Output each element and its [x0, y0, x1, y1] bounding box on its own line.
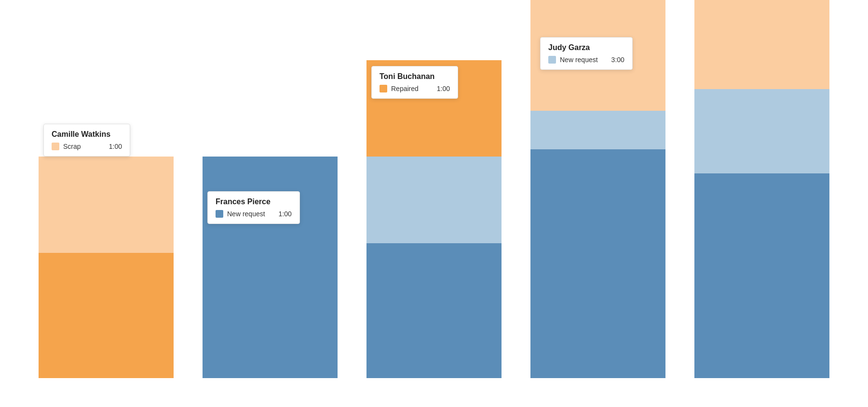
tooltip-person-name: Judy Garza	[548, 43, 624, 52]
tooltip-label-scrap: Scrap	[63, 143, 95, 150]
tooltip-judy-garza: Judy Garza New request 3:00	[540, 37, 633, 70]
bar-group-frances-pierce: Frances Pierce New request 1:00	[203, 157, 338, 378]
tooltip-camille-watkins: Camille Watkins Scrap 1:00	[43, 124, 130, 157]
bar-stack-frances	[203, 157, 338, 378]
tooltip-swatch-new-request	[548, 56, 556, 64]
tooltip-row-new-request: New request 3:00	[548, 56, 624, 64]
bar-stack-camille	[39, 157, 174, 378]
tooltip-person-name: Toni Buchanan	[380, 72, 450, 81]
bar-group-5	[694, 0, 829, 378]
tooltip-value-scrap: 1:00	[109, 143, 122, 150]
tooltip-label-repaired: Repaired	[391, 85, 423, 92]
tooltip-value-new-request: 3:00	[611, 56, 624, 64]
tooltip-frances-pierce: Frances Pierce New request 1:00	[207, 191, 300, 224]
tooltip-label-new-request: New request	[227, 210, 265, 218]
bar-segment-5-top	[694, 0, 829, 89]
bar-group-toni-buchanan: Toni Buchanan Repaired 1:00	[366, 60, 502, 378]
bar-segment-new-request-light	[366, 157, 502, 243]
bar-segment-new-request-light	[530, 111, 665, 149]
bar-segment-new-request-dark	[366, 243, 502, 378]
bar-segment-5-mid	[694, 89, 829, 173]
bar-group-judy-garza: Judy Garza New request 3:00	[530, 0, 665, 378]
tooltip-swatch-new-request	[216, 210, 223, 218]
tooltip-label-new-request: New request	[560, 56, 598, 64]
bar-stack-5	[694, 0, 829, 378]
tooltip-person-name: Camille Watkins	[52, 130, 122, 139]
tooltip-value-new-request: 1:00	[279, 210, 292, 218]
tooltip-row-new-request: New request 1:00	[216, 210, 292, 218]
bar-segment-new-request	[203, 157, 338, 378]
tooltip-toni-buchanan: Toni Buchanan Repaired 1:00	[371, 66, 458, 99]
tooltip-swatch-scrap	[52, 143, 59, 150]
tooltip-row-scrap: Scrap 1:00	[52, 143, 122, 150]
bar-segment-5-bot	[694, 173, 829, 378]
tooltip-row-repaired: Repaired 1:00	[380, 85, 450, 92]
bar-segment-scrap-light	[39, 157, 174, 253]
bar-segment-scrap	[39, 253, 174, 378]
tooltip-value-repaired: 1:00	[437, 85, 450, 92]
bar-stack-toni	[366, 60, 502, 378]
chart-area: Camille Watkins Scrap 1:00 Frances Pierc…	[0, 0, 868, 407]
tooltip-swatch-repaired	[380, 85, 387, 92]
bar-segment-new-request-dark	[530, 149, 665, 378]
tooltip-person-name: Frances Pierce	[216, 197, 292, 206]
bar-group-camille-watkins: Camille Watkins Scrap 1:00	[39, 157, 174, 378]
